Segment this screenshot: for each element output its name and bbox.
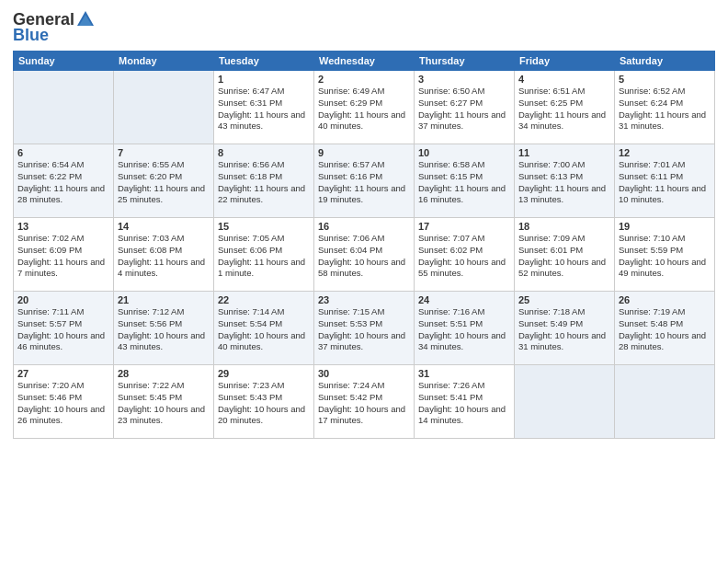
day-number: 23 [318,294,410,305]
weekday-header-thursday: Thursday [415,52,515,71]
day-info: Sunrise: 7:03 AM Sunset: 6:08 PM Dayligh… [118,233,210,280]
day-cell [14,71,114,144]
day-cell: 8Sunrise: 6:56 AM Sunset: 6:18 PM Daylig… [214,144,314,218]
day-cell: 13Sunrise: 7:02 AM Sunset: 6:09 PM Dayli… [14,218,114,292]
day-cell: 23Sunrise: 7:15 AM Sunset: 5:53 PM Dayli… [314,292,415,365]
day-number: 20 [17,294,109,305]
day-number: 30 [318,368,410,379]
day-info: Sunrise: 6:51 AM Sunset: 6:25 PM Dayligh… [518,86,610,132]
day-cell: 10Sunrise: 6:58 AM Sunset: 6:15 PM Dayli… [415,144,515,218]
day-number: 1 [218,74,310,85]
day-number: 17 [418,221,510,232]
day-info: Sunrise: 7:06 AM Sunset: 6:04 PM Dayligh… [318,233,410,280]
day-cell: 4Sunrise: 6:51 AM Sunset: 6:25 PM Daylig… [515,71,615,144]
day-cell: 30Sunrise: 7:24 AM Sunset: 5:42 PM Dayli… [314,365,415,439]
day-number: 10 [418,147,510,158]
day-number: 21 [118,294,210,305]
day-number: 3 [418,74,510,85]
day-info: Sunrise: 7:15 AM Sunset: 5:53 PM Dayligh… [318,306,410,353]
day-cell: 27Sunrise: 7:20 AM Sunset: 5:46 PM Dayli… [14,365,114,439]
page-header: General Blue [13,9,715,45]
day-info: Sunrise: 7:16 AM Sunset: 5:51 PM Dayligh… [418,306,510,353]
week-row-5: 27Sunrise: 7:20 AM Sunset: 5:46 PM Dayli… [14,365,715,439]
day-info: Sunrise: 7:02 AM Sunset: 6:09 PM Dayligh… [17,233,109,280]
day-cell: 18Sunrise: 7:09 AM Sunset: 6:01 PM Dayli… [515,218,615,292]
week-row-1: 1Sunrise: 6:47 AM Sunset: 6:31 PM Daylig… [14,71,715,144]
day-number: 11 [518,147,610,158]
day-number: 4 [518,74,610,85]
logo: General Blue [13,9,97,45]
day-number: 29 [218,368,310,379]
day-info: Sunrise: 7:20 AM Sunset: 5:46 PM Dayligh… [17,380,109,427]
day-cell: 15Sunrise: 7:05 AM Sunset: 6:06 PM Dayli… [214,218,314,292]
day-number: 9 [318,147,410,158]
day-info: Sunrise: 7:05 AM Sunset: 6:06 PM Dayligh… [218,233,310,280]
day-cell: 20Sunrise: 7:11 AM Sunset: 5:57 PM Dayli… [14,292,114,365]
day-info: Sunrise: 7:14 AM Sunset: 5:54 PM Dayligh… [218,306,310,353]
weekday-header-friday: Friday [515,52,615,71]
day-info: Sunrise: 6:50 AM Sunset: 6:27 PM Dayligh… [418,86,510,132]
day-number: 27 [17,368,109,379]
day-cell: 19Sunrise: 7:10 AM Sunset: 5:59 PM Dayli… [615,218,715,292]
day-cell: 7Sunrise: 6:55 AM Sunset: 6:20 PM Daylig… [114,144,214,218]
day-cell: 16Sunrise: 7:06 AM Sunset: 6:04 PM Dayli… [314,218,415,292]
day-cell [114,71,214,144]
day-info: Sunrise: 7:19 AM Sunset: 5:48 PM Dayligh… [619,306,711,353]
day-info: Sunrise: 7:24 AM Sunset: 5:42 PM Dayligh… [318,380,410,427]
day-number: 26 [619,294,711,305]
day-cell: 28Sunrise: 7:22 AM Sunset: 5:45 PM Dayli… [114,365,214,439]
day-info: Sunrise: 7:23 AM Sunset: 5:43 PM Dayligh… [218,380,310,427]
day-info: Sunrise: 6:55 AM Sunset: 6:20 PM Dayligh… [118,159,210,206]
day-number: 6 [17,147,109,158]
page-container: General Blue SundayMondayTuesdayWednesda… [0,0,728,444]
day-number: 5 [619,74,711,85]
weekday-header-sunday: Sunday [14,52,114,71]
day-number: 8 [218,147,310,158]
day-info: Sunrise: 7:10 AM Sunset: 5:59 PM Dayligh… [619,233,711,280]
day-info: Sunrise: 6:56 AM Sunset: 6:18 PM Dayligh… [218,159,310,206]
day-info: Sunrise: 6:58 AM Sunset: 6:15 PM Dayligh… [418,159,510,206]
weekday-header-monday: Monday [114,52,214,71]
day-info: Sunrise: 7:01 AM Sunset: 6:11 PM Dayligh… [619,159,711,206]
weekday-header-wednesday: Wednesday [314,52,415,71]
day-number: 16 [318,221,410,232]
day-cell [615,365,715,439]
week-row-4: 20Sunrise: 7:11 AM Sunset: 5:57 PM Dayli… [14,292,715,365]
day-info: Sunrise: 7:07 AM Sunset: 6:02 PM Dayligh… [418,233,510,280]
day-number: 12 [619,147,711,158]
day-number: 31 [418,368,510,379]
day-cell: 24Sunrise: 7:16 AM Sunset: 5:51 PM Dayli… [415,292,515,365]
day-cell: 1Sunrise: 6:47 AM Sunset: 6:31 PM Daylig… [214,71,314,144]
day-cell: 14Sunrise: 7:03 AM Sunset: 6:08 PM Dayli… [114,218,214,292]
day-info: Sunrise: 6:47 AM Sunset: 6:31 PM Dayligh… [218,86,310,132]
day-cell [515,365,615,439]
day-cell: 31Sunrise: 7:26 AM Sunset: 5:41 PM Dayli… [415,365,515,439]
day-number: 19 [619,221,711,232]
day-cell: 5Sunrise: 6:52 AM Sunset: 6:24 PM Daylig… [615,71,715,144]
logo-blue: Blue [13,26,49,45]
logo-icon [75,9,96,29]
day-cell: 6Sunrise: 6:54 AM Sunset: 6:22 PM Daylig… [14,144,114,218]
day-info: Sunrise: 6:57 AM Sunset: 6:16 PM Dayligh… [318,159,410,206]
day-number: 7 [118,147,210,158]
day-number: 15 [218,221,310,232]
day-cell: 26Sunrise: 7:19 AM Sunset: 5:48 PM Dayli… [615,292,715,365]
day-info: Sunrise: 7:09 AM Sunset: 6:01 PM Dayligh… [518,233,610,280]
day-number: 2 [318,74,410,85]
day-info: Sunrise: 7:11 AM Sunset: 5:57 PM Dayligh… [17,306,109,353]
day-cell: 25Sunrise: 7:18 AM Sunset: 5:49 PM Dayli… [515,292,615,365]
day-cell: 17Sunrise: 7:07 AM Sunset: 6:02 PM Dayli… [415,218,515,292]
day-cell: 2Sunrise: 6:49 AM Sunset: 6:29 PM Daylig… [314,71,415,144]
day-info: Sunrise: 7:18 AM Sunset: 5:49 PM Dayligh… [518,306,610,353]
day-cell: 3Sunrise: 6:50 AM Sunset: 6:27 PM Daylig… [415,71,515,144]
day-info: Sunrise: 6:52 AM Sunset: 6:24 PM Dayligh… [619,86,711,132]
weekday-header-row: SundayMondayTuesdayWednesdayThursdayFrid… [14,52,715,71]
day-cell: 29Sunrise: 7:23 AM Sunset: 5:43 PM Dayli… [214,365,314,439]
day-number: 18 [518,221,610,232]
calendar-table: SundayMondayTuesdayWednesdayThursdayFrid… [13,51,715,439]
day-cell: 9Sunrise: 6:57 AM Sunset: 6:16 PM Daylig… [314,144,415,218]
day-number: 13 [17,221,109,232]
day-info: Sunrise: 7:26 AM Sunset: 5:41 PM Dayligh… [418,380,510,427]
week-row-2: 6Sunrise: 6:54 AM Sunset: 6:22 PM Daylig… [14,144,715,218]
day-info: Sunrise: 7:22 AM Sunset: 5:45 PM Dayligh… [118,380,210,427]
